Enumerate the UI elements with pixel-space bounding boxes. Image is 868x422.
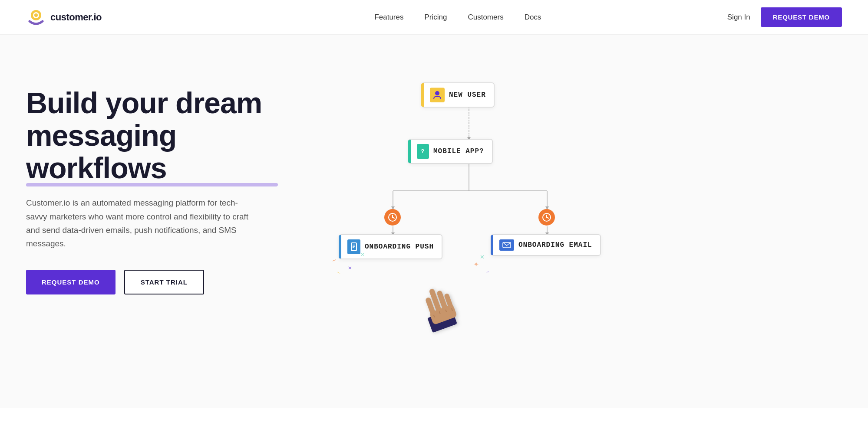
nav-request-demo-button[interactable]: REQUEST DEMO <box>761 7 842 27</box>
logo-link[interactable]: customer.io <box>26 7 102 27</box>
workflow-node-mobile-app: ? MOBILE APP? <box>408 139 493 164</box>
svg-line-18 <box>393 217 394 218</box>
nav-docs[interactable]: Docs <box>525 13 541 22</box>
mobile-app-label: MOBILE APP? <box>433 147 484 155</box>
user-icon <box>430 88 445 102</box>
mobile-icon: ? <box>417 144 429 159</box>
deco-4: ~ <box>335 268 342 277</box>
workflow-diagram: NEW USER ? MOBILE APP? <box>326 69 695 373</box>
nav-links: Features Pricing Customers Docs <box>374 13 541 22</box>
deco-3: ✕ <box>360 252 365 258</box>
workflow-node-onboarding-push: ONBOARDING PUSH <box>339 234 442 259</box>
navigation: customer.io Features Pricing Customers D… <box>0 0 868 35</box>
logo-icon <box>26 7 46 27</box>
push-icon <box>347 239 360 254</box>
onboarding-email-label: ONBOARDING EMAIL <box>518 241 592 249</box>
deco-6: ~ <box>485 268 490 275</box>
hero-start-trial-button[interactable]: START TRIAL <box>124 270 204 294</box>
workflow-diagram-container: NEW USER ? MOBILE APP? <box>304 69 842 373</box>
svg-rect-22 <box>351 243 356 251</box>
deco-7: ✕ <box>480 254 485 260</box>
onboarding-push-label: ONBOARDING PUSH <box>365 243 434 251</box>
svg-line-21 <box>547 217 548 218</box>
deco-2: ✦ <box>346 264 354 272</box>
nav-pricing[interactable]: Pricing <box>424 13 447 22</box>
workflow-lines <box>326 69 695 373</box>
timer-right <box>538 209 555 226</box>
hero-section: Build your dream messaging workflows Cus… <box>0 35 868 408</box>
hero-title: Build your dream messaging workflows <box>26 87 278 184</box>
svg-point-15 <box>435 91 439 95</box>
timer-icon-left <box>384 209 401 226</box>
svg-point-2 <box>34 13 38 17</box>
hero-request-demo-button[interactable]: REQUEST DEMO <box>26 270 116 294</box>
hero-subtitle: Customer.io is an automated messaging pl… <box>26 196 252 250</box>
nav-actions: Sign In REQUEST DEMO <box>727 7 842 27</box>
new-user-label: NEW USER <box>449 91 486 99</box>
hero-content: Build your dream messaging workflows Cus… <box>26 69 278 294</box>
hero-buttons: REQUEST DEMO START TRIAL <box>26 270 278 294</box>
workflow-node-onboarding-email: ONBOARDING EMAIL <box>491 234 601 256</box>
nav-customers[interactable]: Customers <box>468 13 503 22</box>
deco-1: ~ <box>330 255 339 265</box>
timer-left <box>384 209 401 226</box>
nav-features[interactable]: Features <box>374 13 403 22</box>
deco-5: ✦ <box>473 260 479 268</box>
sign-in-link[interactable]: Sign In <box>727 13 750 22</box>
logo-text: customer.io <box>50 12 102 23</box>
timer-icon-right <box>538 209 555 226</box>
pointing-hand-icon <box>413 276 473 343</box>
email-icon <box>499 239 514 251</box>
workflow-node-new-user: NEW USER <box>421 82 495 108</box>
